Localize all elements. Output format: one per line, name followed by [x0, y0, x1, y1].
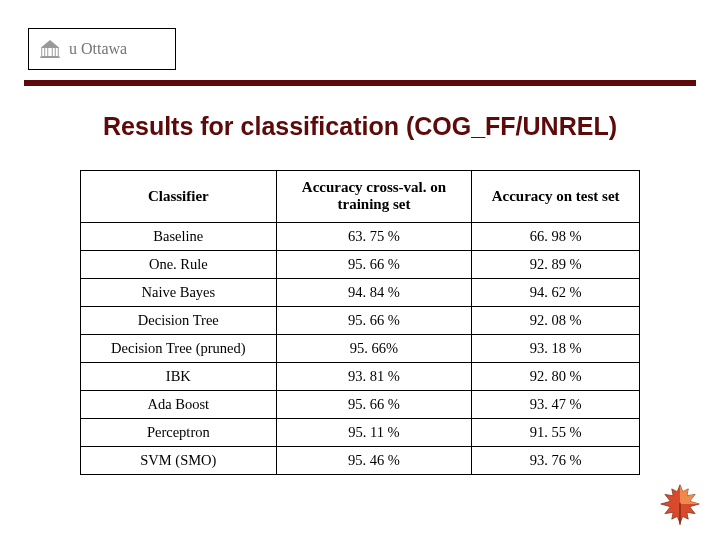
cell-test: 91. 55 % — [472, 418, 640, 446]
svg-marker-6 — [41, 40, 59, 48]
table-row: IBK93. 81 %92. 80 % — [81, 362, 640, 390]
table-row: Perceptron95. 11 %91. 55 % — [81, 418, 640, 446]
svg-rect-1 — [42, 48, 59, 57]
cell-test: 92. 89 % — [472, 250, 640, 278]
logo-text: u Ottawa — [69, 40, 127, 58]
cell-classifier: Decision Tree (pruned) — [81, 334, 277, 362]
cell-train: 95. 66 % — [276, 306, 472, 334]
table-row: Decision Tree95. 66 %92. 08 % — [81, 306, 640, 334]
results-table-wrap: Classifier Accuracy cross-val. on traini… — [80, 170, 640, 475]
cell-classifier: Perceptron — [81, 418, 277, 446]
cell-train: 95. 66% — [276, 334, 472, 362]
cell-test: 93. 18 % — [472, 334, 640, 362]
table-row: Decision Tree (pruned)95. 66%93. 18 % — [81, 334, 640, 362]
table-row: Baseline63. 75 %66. 98 % — [81, 222, 640, 250]
logo-box: u Ottawa — [28, 28, 176, 70]
cell-classifier: IBK — [81, 362, 277, 390]
table-row: One. Rule95. 66 %92. 89 % — [81, 250, 640, 278]
page-title: Results for classification (COG_FF/UNREL… — [0, 112, 720, 141]
col-header-classifier: Classifier — [81, 171, 277, 223]
col-header-train: Accuracy cross-val. on training set — [276, 171, 472, 223]
cell-classifier: SVM (SMO) — [81, 446, 277, 474]
cell-classifier: Ada Boost — [81, 390, 277, 418]
cell-train: 95. 66 % — [276, 250, 472, 278]
table-row: SVM (SMO)95. 46 %93. 76 % — [81, 446, 640, 474]
cell-train: 95. 66 % — [276, 390, 472, 418]
cell-test: 93. 47 % — [472, 390, 640, 418]
cell-train: 95. 11 % — [276, 418, 472, 446]
cell-test: 92. 80 % — [472, 362, 640, 390]
cell-classifier: Decision Tree — [81, 306, 277, 334]
table-row: Ada Boost95. 66 %93. 47 % — [81, 390, 640, 418]
cell-classifier: One. Rule — [81, 250, 277, 278]
cell-test: 94. 62 % — [472, 278, 640, 306]
table-header-row: Classifier Accuracy cross-val. on traini… — [81, 171, 640, 223]
horizontal-rule — [24, 80, 696, 86]
cell-train: 94. 84 % — [276, 278, 472, 306]
university-building-icon — [37, 36, 63, 62]
cell-test: 66. 98 % — [472, 222, 640, 250]
cell-test: 93. 76 % — [472, 446, 640, 474]
maple-leaf-icon — [658, 482, 702, 526]
cell-train: 63. 75 % — [276, 222, 472, 250]
cell-test: 92. 08 % — [472, 306, 640, 334]
cell-classifier: Baseline — [81, 222, 277, 250]
table-row: Naive Bayes94. 84 %94. 62 % — [81, 278, 640, 306]
cell-train: 95. 46 % — [276, 446, 472, 474]
col-header-test: Accuracy on test set — [472, 171, 640, 223]
cell-classifier: Naive Bayes — [81, 278, 277, 306]
cell-train: 93. 81 % — [276, 362, 472, 390]
results-table: Classifier Accuracy cross-val. on traini… — [80, 170, 640, 475]
